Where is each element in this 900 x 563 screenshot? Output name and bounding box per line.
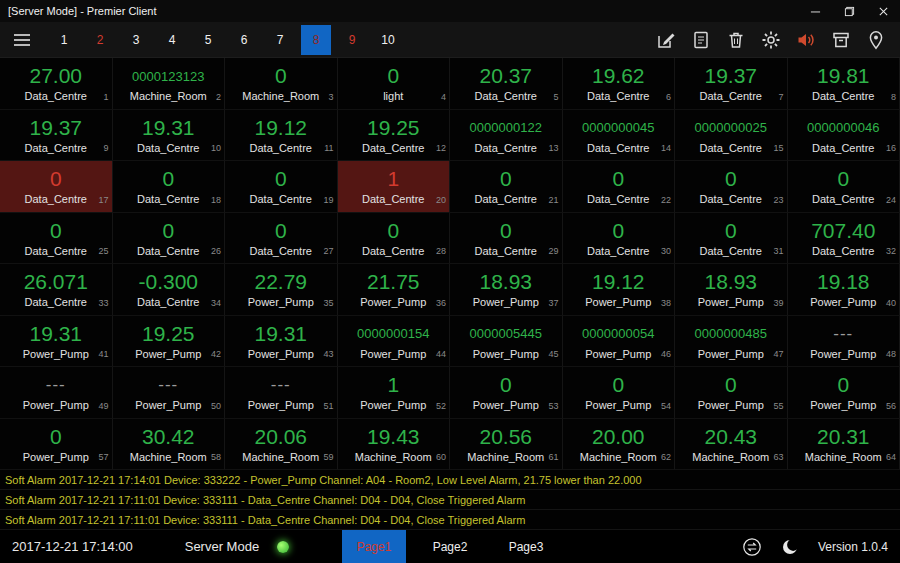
- grid-cell-31[interactable]: 0Data_Centre31: [675, 213, 788, 265]
- grid-cell-6[interactable]: 19.62Data_Centre6: [563, 58, 676, 110]
- grid-cell-11[interactable]: 19.12Data_Centre11: [225, 110, 338, 162]
- grid-cell-61[interactable]: 20.56Machine_Room61: [450, 419, 563, 471]
- grid-cell-3[interactable]: 0Machine_Room3: [225, 58, 338, 110]
- sound-icon[interactable]: [796, 30, 816, 50]
- grid-cell-18[interactable]: 0Data_Centre18: [113, 161, 226, 213]
- grid-cell-43[interactable]: 19.31Power_Pump43: [225, 316, 338, 368]
- grid-cell-16[interactable]: 0000000046Data_Centre16: [788, 110, 900, 162]
- grid-cell-4[interactable]: 0light4: [338, 58, 451, 110]
- grid-cell-51[interactable]: ---Power_Pump51: [225, 367, 338, 419]
- grid-cell-32[interactable]: 707.40Data_Centre32: [788, 213, 900, 265]
- grid-cell-33[interactable]: 26.071Data_Centre33: [0, 264, 113, 316]
- grid-cell-35[interactable]: 22.79Power_Pump35: [225, 264, 338, 316]
- grid-cell-29[interactable]: 0Data_Centre29: [450, 213, 563, 265]
- grid-cell-14[interactable]: 0000000045Data_Centre14: [563, 110, 676, 162]
- page-tab-page1[interactable]: Page1: [342, 530, 406, 563]
- grid-cell-22[interactable]: 0Data_Centre22: [563, 161, 676, 213]
- grid-cell-37[interactable]: 18.93Power_Pump37: [450, 264, 563, 316]
- grid-cell-42[interactable]: 19.25Power_Pump42: [113, 316, 226, 368]
- grid-cell-38[interactable]: 19.12Power_Pump38: [563, 264, 676, 316]
- cell-index: 61: [548, 452, 558, 462]
- grid-cell-40[interactable]: 19.18Power_Pump40: [788, 264, 900, 316]
- grid-cell-64[interactable]: 20.31Machine_Room64: [788, 419, 900, 471]
- sync-icon[interactable]: [742, 537, 762, 557]
- cell-label: Power_Pump: [698, 296, 764, 308]
- tab-9[interactable]: 9: [337, 25, 367, 55]
- grid-cell-54[interactable]: 0Power_Pump54: [563, 367, 676, 419]
- page-tab-page3[interactable]: Page3: [494, 530, 558, 563]
- grid-cell-8[interactable]: 19.81Data_Centre8: [788, 58, 900, 110]
- tab-5[interactable]: 5: [193, 25, 223, 55]
- grid-cell-58[interactable]: 30.42Machine_Room58: [113, 419, 226, 471]
- grid-cell-39[interactable]: 18.93Power_Pump39: [675, 264, 788, 316]
- grid-cell-48[interactable]: ---Power_Pump48: [788, 316, 900, 368]
- grid-cell-15[interactable]: 0000000025Data_Centre15: [675, 110, 788, 162]
- note-icon[interactable]: [691, 30, 711, 50]
- tab-6[interactable]: 6: [229, 25, 259, 55]
- grid-cell-25[interactable]: 0Data_Centre25: [0, 213, 113, 265]
- grid-cell-56[interactable]: 0Power_Pump56: [788, 367, 900, 419]
- alarm-entry[interactable]: Soft Alarm 2017-12-21 17:14:01 Device: 3…: [0, 470, 900, 490]
- grid-cell-50[interactable]: ---Power_Pump50: [113, 367, 226, 419]
- grid-cell-63[interactable]: 20.43Machine_Room63: [675, 419, 788, 471]
- grid-cell-53[interactable]: 0Power_Pump53: [450, 367, 563, 419]
- alarm-entry[interactable]: Soft Alarm 2017-12-21 17:11:01 Device: 3…: [0, 490, 900, 510]
- grid-cell-30[interactable]: 0Data_Centre30: [563, 213, 676, 265]
- cell-index: 56: [886, 401, 896, 411]
- grid-cell-12[interactable]: 19.25Data_Centre12: [338, 110, 451, 162]
- grid-cell-9[interactable]: 19.37Data_Centre9: [0, 110, 113, 162]
- delete-icon[interactable]: [726, 30, 746, 50]
- grid-cell-7[interactable]: 19.37Data_Centre7: [675, 58, 788, 110]
- grid-cell-60[interactable]: 19.43Machine_Room60: [338, 419, 451, 471]
- tab-8[interactable]: 8: [301, 25, 331, 55]
- grid-cell-20[interactable]: 1Data_Centre20: [338, 161, 451, 213]
- tab-10[interactable]: 10: [373, 25, 403, 55]
- grid-cell-27[interactable]: 0Data_Centre27: [225, 213, 338, 265]
- cell-label: Power_Pump: [360, 399, 426, 411]
- grid-cell-17[interactable]: 0Data_Centre17: [0, 161, 113, 213]
- grid-cell-13[interactable]: 0000000122Data_Centre13: [450, 110, 563, 162]
- grid-cell-19[interactable]: 0Data_Centre19: [225, 161, 338, 213]
- menu-icon[interactable]: [12, 30, 32, 50]
- grid-cell-45[interactable]: 0000005445Power_Pump45: [450, 316, 563, 368]
- grid-cell-52[interactable]: 1Power_Pump52: [338, 367, 451, 419]
- archive-icon[interactable]: [831, 30, 851, 50]
- grid-cell-55[interactable]: 0Power_Pump55: [675, 367, 788, 419]
- settings-icon[interactable]: [761, 30, 781, 50]
- cell-index: 41: [98, 349, 108, 359]
- tab-3[interactable]: 3: [121, 25, 151, 55]
- grid-cell-49[interactable]: ---Power_Pump49: [0, 367, 113, 419]
- tab-1[interactable]: 1: [49, 25, 79, 55]
- cell-index: 12: [436, 143, 446, 153]
- grid-cell-36[interactable]: 21.75Power_Pump36: [338, 264, 451, 316]
- edit-icon[interactable]: [656, 30, 676, 50]
- grid-cell-5[interactable]: 20.37Data_Centre5: [450, 58, 563, 110]
- grid-cell-26[interactable]: 0Data_Centre26: [113, 213, 226, 265]
- tab-4[interactable]: 4: [157, 25, 187, 55]
- tab-7[interactable]: 7: [265, 25, 295, 55]
- grid-cell-62[interactable]: 20.00Machine_Room62: [563, 419, 676, 471]
- alarm-entry[interactable]: Soft Alarm 2017-12-21 17:11:01 Device: 3…: [0, 510, 900, 530]
- grid-cell-57[interactable]: 0Power_Pump57: [0, 419, 113, 471]
- location-icon[interactable]: [866, 30, 886, 50]
- grid-cell-2[interactable]: 0000123123Machine_Room2: [113, 58, 226, 110]
- grid-cell-21[interactable]: 0Data_Centre21: [450, 161, 563, 213]
- grid-cell-1[interactable]: 27.00Data_Centre1: [0, 58, 113, 110]
- page-tab-page2[interactable]: Page2: [418, 530, 482, 563]
- cell-index: 8: [891, 92, 896, 102]
- grid-cell-47[interactable]: 0000000485Power_Pump47: [675, 316, 788, 368]
- grid-cell-59[interactable]: 20.06Machine_Room59: [225, 419, 338, 471]
- night-mode-icon[interactable]: [780, 537, 800, 557]
- grid-cell-46[interactable]: 0000000054Power_Pump46: [563, 316, 676, 368]
- grid-cell-34[interactable]: -0.300Data_Centre34: [113, 264, 226, 316]
- grid-cell-41[interactable]: 19.31Power_Pump41: [0, 316, 113, 368]
- tab-2[interactable]: 2: [85, 25, 115, 55]
- minimize-button[interactable]: [798, 0, 832, 22]
- grid-cell-10[interactable]: 19.31Data_Centre10: [113, 110, 226, 162]
- grid-cell-44[interactable]: 0000000154Power_Pump44: [338, 316, 451, 368]
- grid-cell-23[interactable]: 0Data_Centre23: [675, 161, 788, 213]
- grid-cell-24[interactable]: 0Data_Centre24: [788, 161, 900, 213]
- grid-cell-28[interactable]: 0Data_Centre28: [338, 213, 451, 265]
- close-button[interactable]: [866, 0, 900, 22]
- maximize-button[interactable]: [832, 0, 866, 22]
